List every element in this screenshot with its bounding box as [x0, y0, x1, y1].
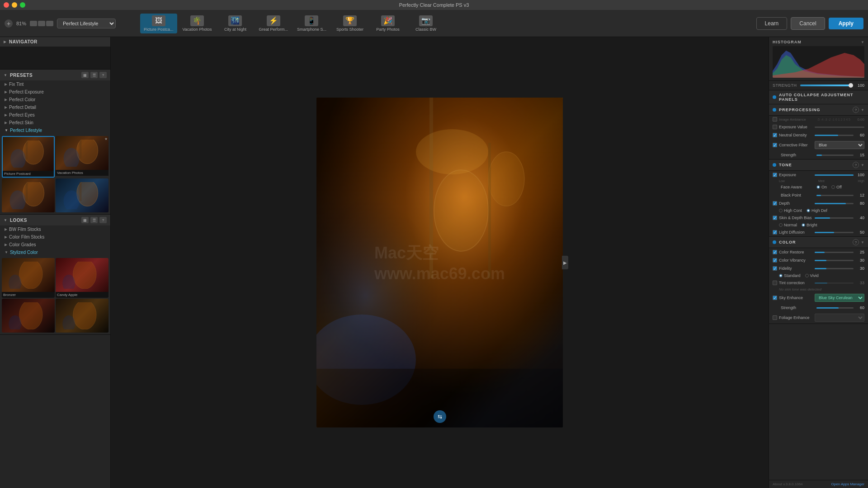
grid-view-btn[interactable]: ▦ — [81, 72, 89, 78]
exposure-value-checkbox[interactable] — [773, 125, 777, 129]
depth-slider[interactable] — [815, 203, 854, 204]
color-vibrancy-slider[interactable] — [815, 260, 854, 261]
auto-collapse-toggle[interactable]: AUTO COLLAPSE ADJUSTMENT PANELS — [769, 90, 868, 104]
skin-normal-label: Normal — [784, 223, 797, 227]
help-btn[interactable]: ? — [99, 72, 107, 78]
looks-thumb-0[interactable]: Bronzer — [2, 258, 55, 298]
thumb-star-1: ★ — [104, 137, 108, 141]
foliage-enhance-select[interactable] — [815, 314, 864, 322]
tone-exposure-checkbox[interactable]: ✓ — [773, 173, 777, 177]
preset-thumb-2[interactable] — [2, 178, 55, 212]
fidelity-slider[interactable] — [815, 268, 854, 269]
depth-high-def[interactable]: High Def — [807, 208, 827, 213]
navigator-header[interactable]: ▶ NAVIGATOR — [0, 37, 110, 47]
toolbar-preset-classic-bw[interactable]: 📷 Classic BW — [408, 14, 444, 33]
corrective-filter-checkbox[interactable]: ✓ — [773, 143, 777, 147]
list-view-btn[interactable]: ☰ — [90, 72, 98, 78]
neutral-density-slider[interactable] — [815, 135, 854, 136]
toolbar-preset-smartphone-s[interactable]: 📱 Smartphone S... — [293, 14, 330, 33]
tone-standard[interactable]: Standard — [779, 273, 801, 278]
close-button[interactable] — [4, 2, 9, 8]
color-restore-slider[interactable] — [815, 252, 854, 253]
presets-header[interactable]: ▼ PRESETS ▦ ☰ ? — [0, 70, 110, 80]
preset-tree-perfect-exposure[interactable]: ▶ Perfect Exposure — [0, 88, 110, 96]
preset-tree-perfect-eyes[interactable]: ▶ Perfect Eyes — [0, 111, 110, 119]
preset-thumb-0[interactable]: Picture Postcard — [2, 136, 55, 178]
neutral-density-checkbox[interactable]: ✓ — [773, 133, 777, 137]
skin-bright[interactable]: Bright — [802, 223, 817, 227]
black-point-slider[interactable] — [816, 195, 854, 196]
depth-checkbox[interactable]: ✓ — [773, 201, 777, 206]
preset-tree-perfect-color[interactable]: ▶ Perfect Color — [0, 96, 110, 103]
add-button[interactable]: + — [5, 19, 13, 28]
toolbar-preset-party-photos[interactable]: 🎉 Party Photos — [370, 14, 406, 33]
color-toggle[interactable]: COLOR ? ▼ — [769, 237, 868, 248]
tint-correction-checkbox[interactable] — [773, 281, 777, 285]
toolbar-preset-city-at-night[interactable]: 🌃 City at Night — [217, 14, 253, 33]
looks-header[interactable]: ▼ LOOKS ▦ ☰ ? — [0, 215, 110, 225]
learn-button[interactable]: Learn — [756, 17, 788, 30]
strength-slider[interactable] — [800, 84, 851, 86]
color-help[interactable]: ? — [853, 239, 859, 245]
expand-arrow[interactable]: ▶ — [562, 256, 568, 269]
light-diffusion-slider[interactable] — [815, 232, 854, 233]
cancel-button[interactable]: Cancel — [791, 17, 825, 30]
preset-thumb-3[interactable] — [56, 178, 108, 212]
histogram-menu[interactable]: ▼ — [861, 40, 864, 44]
sky-enhance-checkbox[interactable]: ✓ — [773, 296, 777, 300]
preset-tree-perfect-detail[interactable]: ▶ Perfect Detail — [0, 103, 110, 111]
preset-tree-perfect-skin[interactable]: ▶ Perfect Skin — [0, 119, 110, 127]
depth-high-cont[interactable]: High Cont — [779, 208, 802, 213]
tone-exposure-slider[interactable] — [815, 174, 854, 176]
toolbar-preset-sports-shooter[interactable]: 🏆 Sports Shooter — [332, 14, 368, 33]
preset-thumb-1[interactable]: Vacation Photos ★ — [56, 136, 108, 178]
toolbar-preset-picture-postcard[interactable]: 🖼 Picture Postca... — [140, 14, 177, 33]
exposure-value-slider[interactable] — [815, 127, 864, 128]
looks-tree-color-film-stocks[interactable]: ▶ Color Film Stocks — [0, 233, 110, 241]
tone-toggle[interactable]: TONE ? ▼ — [769, 160, 868, 171]
fidelity-checkbox[interactable]: ✓ — [773, 266, 777, 271]
looks-tree-stylized-color[interactable]: ▼ Stylized Color — [0, 249, 110, 256]
looks-tree-bw-film-stocks[interactable]: ▶ BW Film Stocks — [0, 225, 110, 233]
tone-help[interactable]: ? — [853, 162, 859, 168]
looks-help-btn[interactable]: ? — [99, 217, 107, 223]
looks-thumb-1[interactable]: Candy Apple — [56, 258, 108, 298]
apply-button[interactable]: Apply — [829, 18, 863, 29]
preset-dropdown[interactable]: Perfect Lifestyle — [57, 19, 116, 28]
preprocessing-help[interactable]: ? — [853, 107, 859, 113]
presets-icons: ▦ ☰ ? — [81, 72, 107, 78]
skin-depth-checkbox[interactable]: ✓ — [773, 216, 777, 220]
preproc-strength-slider[interactable] — [816, 155, 854, 156]
tone-vivid[interactable]: Vivid — [805, 273, 819, 278]
preset-tree-perfect-lifestyle[interactable]: ▼ Perfect Lifestyle — [0, 127, 110, 134]
looks-thumb-3[interactable] — [56, 299, 108, 333]
skin-normal[interactable]: Normal — [779, 223, 797, 227]
toolbar-presets: 🖼 Picture Postca...🌴 Vacation Photos🌃 Ci… — [140, 14, 752, 33]
skin-depth-slider[interactable] — [815, 217, 854, 219]
compare-button[interactable]: ⇆ — [434, 410, 446, 423]
sky-enhance-select[interactable]: Blue Sky Cerulean — [815, 294, 864, 302]
preset-tree-fix-tint[interactable]: ▶ Fix Tint — [0, 80, 110, 88]
looks-list-btn[interactable]: ☰ — [90, 217, 98, 223]
looks-thumb-2[interactable] — [2, 299, 55, 333]
preprocessing-toggle[interactable]: PREPROCESSING ? ▼ — [769, 104, 868, 116]
foliage-enhance-checkbox[interactable] — [773, 315, 777, 320]
minimize-button[interactable] — [12, 2, 17, 8]
tint-correction-slider[interactable] — [815, 282, 854, 284]
corrective-filter-select[interactable]: Blue — [815, 141, 864, 149]
sky-strength-slider[interactable] — [816, 307, 854, 309]
looks-grid-btn[interactable]: ▦ — [81, 217, 89, 223]
image-ambiance-checkbox[interactable] — [773, 117, 777, 122]
window-controls[interactable] — [4, 2, 25, 8]
face-aware-on[interactable]: On — [816, 185, 827, 189]
maximize-button[interactable] — [20, 2, 25, 8]
color-vibrancy-checkbox[interactable]: ✓ — [773, 258, 777, 263]
face-aware-off[interactable]: Off — [831, 185, 842, 189]
color-restore-checkbox[interactable]: ✓ — [773, 250, 777, 254]
looks-tree-color-grades[interactable]: ▶ Color Grades — [0, 241, 110, 249]
apps-manager-link[interactable]: Open Apps Manager — [831, 482, 864, 486]
light-diffusion-checkbox[interactable]: ✓ — [773, 230, 777, 235]
toolbar-preset-vacation-photos[interactable]: 🌴 Vacation Photos — [179, 14, 216, 33]
depth-value: 80 — [855, 201, 864, 206]
toolbar-preset-great-perform[interactable]: ⚡ Great Perform... — [255, 14, 292, 33]
